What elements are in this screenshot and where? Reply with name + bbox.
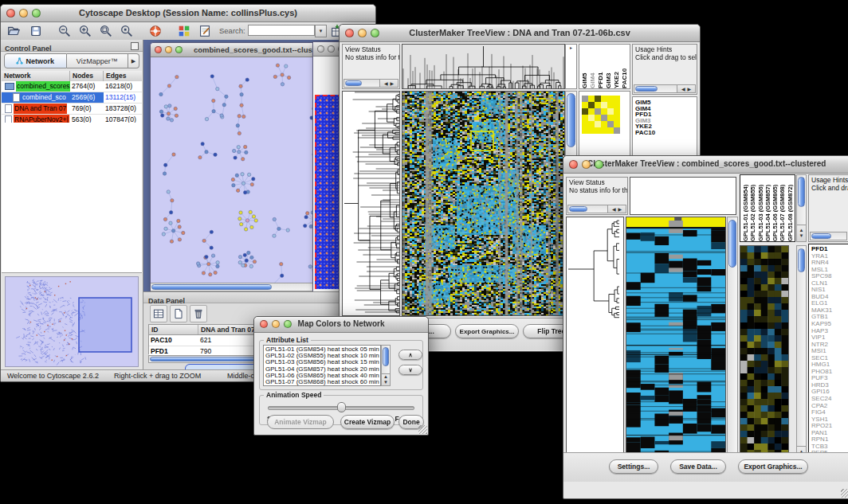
main-window-title: Cytoscape Desktop (Session Name: collins… — [1, 8, 375, 18]
network-table-row[interactable]: DNA and Tran 07769(0)183728(0) — [2, 104, 142, 115]
dialog-titlebar[interactable]: Map Colors to Network — [254, 317, 428, 333]
zoom-out-icon[interactable] — [57, 23, 73, 39]
zoom-window-icon[interactable] — [595, 160, 603, 169]
treeview2-titlebar[interactable]: ClusterMaker TreeView : combined_scores_… — [563, 156, 848, 174]
scrollbar-thumb[interactable] — [798, 248, 805, 272]
scrollbar-arrows[interactable]: ◀▶ — [379, 80, 398, 87]
scrollbar-thumb[interactable] — [798, 177, 805, 207]
search-input[interactable] — [248, 25, 315, 36]
network-view-hscrollbar[interactable]: ◀▶ — [151, 283, 336, 291]
zoom-window-icon[interactable] — [175, 46, 183, 53]
minimize-icon[interactable] — [582, 160, 591, 169]
vizmap-shortcut-icon[interactable] — [176, 23, 192, 39]
help-lifering-icon[interactable] — [147, 23, 163, 39]
close-icon[interactable] — [569, 160, 578, 169]
tv1-status-hscrollbar[interactable]: ◀▶ — [344, 79, 398, 88]
scrollbar-thumb[interactable] — [151, 284, 272, 290]
scrollbar-thumb[interactable] — [567, 93, 575, 147]
scrollbar-thumb[interactable] — [635, 86, 658, 92]
speed-slider-track[interactable] — [268, 406, 414, 410]
scrollbar-arrows[interactable]: ◀▶ — [607, 205, 626, 213]
tv1-column-dendrogram[interactable] — [402, 44, 565, 89]
tv2-collabels-vscrollbar[interactable]: ▲▼ — [796, 174, 807, 242]
zoom-in-icon[interactable] — [77, 23, 93, 39]
tv2-zoom-vscrollbar[interactable]: ▲▼ — [796, 245, 807, 463]
save-session-icon[interactable] — [28, 23, 44, 39]
mini-heatmap-cell — [582, 115, 588, 121]
attribute-select-icon[interactable] — [150, 305, 167, 322]
tv1-column-strip[interactable]: ▸ — [565, 44, 577, 89]
tv2-heatmap-vscrollbar[interactable]: ▲▼ — [727, 217, 738, 471]
zoom-window-icon[interactable] — [32, 9, 41, 18]
speed-slider-thumb[interactable] — [337, 402, 346, 412]
tv1-usage-hscrollbar[interactable]: ◀▶ — [634, 84, 696, 93]
tv1-mini-heatmap[interactable] — [582, 96, 620, 134]
zoom-window-icon[interactable] — [284, 320, 292, 328]
tv2-heatmap[interactable] — [626, 217, 726, 471]
scrollbar-thumb[interactable] — [811, 233, 831, 239]
animate-vizmap-button[interactable]: Animate Vizmap — [267, 415, 334, 429]
zoom-fit-icon[interactable] — [98, 23, 114, 39]
tab-vizmapper[interactable]: VizMapper™ — [67, 53, 129, 68]
tv1-usage-hints: Usage HintsClick and drag to select ◀▶ — [632, 44, 697, 95]
close-icon[interactable] — [6, 9, 15, 18]
move-up-button[interactable]: ∧ — [398, 350, 422, 360]
minimize-icon[interactable] — [19, 9, 28, 18]
attribute-list-vscrollbar[interactable]: ▲▼ — [381, 345, 391, 386]
tv2-row-dendrogram[interactable] — [566, 217, 624, 471]
network-overview-canvas[interactable] — [6, 277, 139, 366]
close-icon[interactable] — [155, 46, 162, 53]
tv2-column-dendrogram[interactable] — [630, 177, 736, 215]
close-icon[interactable] — [317, 45, 324, 53]
tv2-zoom-view[interactable] — [740, 245, 789, 463]
network-table-row[interactable]: combined_sco2569(6)13112(15) — [2, 92, 142, 104]
mini-heatmap-cell — [601, 108, 607, 115]
export-graphics-button[interactable]: Export Graphics... — [455, 324, 519, 338]
scrollbar-thumb[interactable] — [345, 80, 362, 86]
tv1-heatmap[interactable] — [402, 91, 565, 316]
resize-grip[interactable] — [418, 425, 427, 434]
float-panel-icon[interactable] — [131, 42, 139, 50]
minimize-icon[interactable] — [328, 45, 335, 53]
create-vizmap-button[interactable]: Create Vizmap — [340, 415, 395, 429]
resize-grip[interactable] — [841, 489, 848, 498]
network-view-canvas[interactable] — [151, 57, 335, 283]
tab-network[interactable]: Network — [4, 53, 67, 68]
tv1-row-dendrogram[interactable] — [342, 91, 400, 316]
network-table-header[interactable]: Network Nodes Edges — [2, 71, 142, 82]
scrollbar-thumb[interactable] — [383, 347, 389, 366]
minimize-icon[interactable] — [358, 29, 367, 37]
treeview1-titlebar[interactable]: ClusterMaker TreeView : DNA and Tran 07-… — [340, 25, 700, 42]
attribute-list[interactable]: GPL51-01 (GSM854) heat shock 05 minGPL51… — [263, 345, 381, 386]
scrollbar-thumb[interactable] — [569, 206, 587, 212]
scrollbar-arrows[interactable]: ▲▼ — [797, 225, 806, 241]
export-graphics-button[interactable]: Export Graphics... — [738, 459, 808, 474]
scrollbar-arrows[interactable]: ◀▶ — [677, 85, 695, 92]
zoom-window-icon[interactable] — [371, 29, 379, 37]
settings-button[interactable]: Settings... — [609, 459, 658, 474]
move-down-button[interactable]: ∨ — [398, 365, 422, 375]
delete-attribute-icon[interactable] — [190, 305, 207, 322]
save-data-button[interactable]: Save Data... — [670, 459, 726, 474]
attribute-list-item[interactable]: GPL51-07 (GSM868) heat shock 60 min — [265, 379, 380, 385]
scrollbar-arrows[interactable]: ▲▼ — [382, 373, 390, 385]
network-view-titlebar[interactable]: combined_scores_good.txt--cluste... — [151, 43, 336, 57]
close-icon[interactable] — [260, 320, 268, 328]
new-attribute-icon[interactable] — [170, 305, 187, 322]
tab-overflow-arrow[interactable]: ▶ — [128, 53, 139, 68]
zoom-selected-icon[interactable] — [119, 23, 135, 39]
search-dropdown-icon[interactable]: ▼ — [315, 25, 327, 37]
main-titlebar[interactable]: Cytoscape Desktop (Session Name: collins… — [1, 5, 375, 22]
network-overview[interactable] — [5, 276, 139, 367]
network-table-row[interactable]: combined_scores2764(0)16218(0) — [2, 81, 142, 92]
tv2-column-labels: GPL51-01 (GSM854)GPL51-02 (GSM855)GPL51-… — [740, 174, 795, 242]
minimize-icon[interactable] — [165, 46, 172, 53]
scrollbar-thumb[interactable] — [728, 220, 736, 268]
tv2-usage-hscrollbar[interactable] — [810, 232, 847, 240]
mini-heatmap-cell — [588, 115, 595, 121]
tv2-status-hscrollbar[interactable]: ◀▶ — [567, 205, 626, 213]
close-icon[interactable] — [345, 29, 354, 37]
minimize-icon[interactable] — [272, 320, 280, 328]
annotation-icon[interactable] — [197, 23, 213, 39]
open-file-icon[interactable] — [6, 23, 22, 39]
